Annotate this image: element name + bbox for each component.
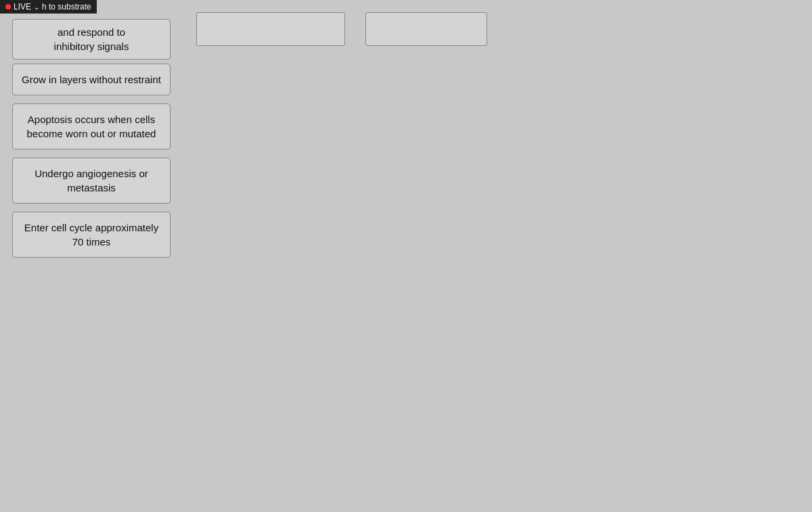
live-badge[interactable]: LIVE ⌄ h to substrate <box>0 0 97 14</box>
card-substrate: and respond toinhibitory signals <box>12 19 171 60</box>
card-undergo-text: Undergo angiogenesis or metastasis <box>35 168 148 193</box>
live-partial-text: h to substrate <box>42 2 91 11</box>
box-1 <box>196 12 345 46</box>
card-enter-text: Enter cell cycle approximately 70 times <box>24 222 158 248</box>
card-grow: Grow in layers without restraint <box>12 64 171 95</box>
chevron-down-icon[interactable]: ⌄ <box>34 3 39 11</box>
left-panel: LIVE ⌄ h to substrate and respond toinhi… <box>0 0 183 512</box>
box-2 <box>365 12 487 46</box>
card-apoptosis: Apoptosis occurs when cells become worn … <box>12 103 171 149</box>
right-area <box>183 0 812 512</box>
card-enter: Enter cell cycle approximately 70 times <box>12 212 171 258</box>
card-apoptosis-text: Apoptosis occurs when cells become worn … <box>27 114 156 139</box>
card-substrate-text: and respond toinhibitory signals <box>54 26 129 52</box>
card-grow-text: Grow in layers without restraint <box>22 74 161 85</box>
live-dot <box>5 4 11 9</box>
live-label: LIVE <box>14 2 31 11</box>
card-undergo: Undergo angiogenesis or metastasis <box>12 158 171 204</box>
